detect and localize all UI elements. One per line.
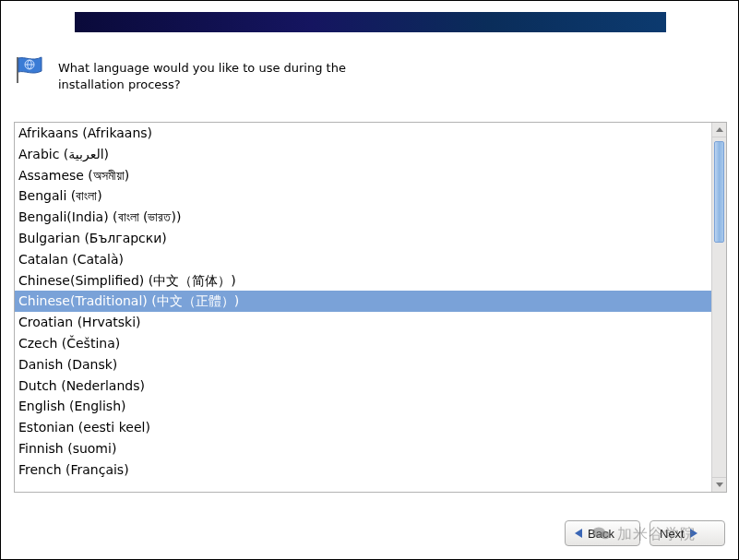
language-item-label: Bengali (বাংলা) [18, 188, 102, 203]
language-item-label: Bengali(India) (বাংলা (ভারত)) [18, 209, 181, 224]
language-item[interactable]: Arabic (العربية) [15, 144, 711, 165]
arrow-left-icon [575, 529, 582, 538]
language-item-label: Chinese(Simplified) (中文（简体）) [18, 273, 236, 288]
language-item-label: Finnish (suomi) [18, 441, 116, 456]
language-list-frame: Afrikaans (Afrikaans)Arabic (العربية)Ass… [14, 122, 727, 493]
flag-icon [14, 54, 45, 86]
language-item[interactable]: English (English) [15, 396, 711, 417]
scroll-down-button[interactable] [712, 477, 726, 492]
language-item-label: Assamese (অসমীয়া) [18, 168, 129, 183]
language-item-label: Czech (Čeština) [18, 336, 120, 351]
language-item-label: Estonian (eesti keel) [18, 420, 150, 435]
language-item[interactable]: Croatian (Hrvatski) [15, 312, 711, 333]
language-item[interactable]: Bulgarian (Български) [15, 228, 711, 249]
installer-window: What language would you like to use duri… [0, 0, 739, 560]
language-item[interactable]: Danish (Dansk) [15, 354, 711, 375]
language-list[interactable]: Afrikaans (Afrikaans)Arabic (العربية)Ass… [15, 123, 711, 492]
language-item-label: Dutch (Nederlands) [18, 378, 145, 393]
next-button-label: Next [660, 527, 685, 541]
language-item-label: French (Français) [18, 462, 129, 477]
language-item[interactable]: Czech (Čeština) [15, 333, 711, 354]
scroll-up-button[interactable] [712, 123, 726, 137]
language-item[interactable]: French (Français) [15, 459, 711, 481]
language-item-label: English (English) [18, 399, 125, 413]
prompt-text: What language would you like to use duri… [58, 54, 390, 92]
language-item-label: Arabic (العربية) [18, 147, 109, 161]
scrollbar[interactable] [711, 123, 726, 492]
next-button[interactable]: Next [650, 520, 725, 546]
arrow-right-icon [690, 529, 697, 538]
language-item[interactable]: Catalan (Català) [15, 249, 711, 270]
header-banner [75, 12, 666, 32]
language-item[interactable]: Afrikaans (Afrikaans) [15, 123, 711, 144]
chevron-up-icon [716, 127, 723, 132]
language-item[interactable]: Chinese(Simplified) (中文（简体）) [15, 270, 711, 292]
language-item-label: Catalan (Català) [18, 252, 124, 267]
language-item[interactable]: Bengali (বাংলা) [15, 185, 711, 207]
back-button-label: Back [588, 527, 614, 541]
language-item[interactable]: Estonian (eesti keel) [15, 417, 711, 438]
language-item-label: Croatian (Hrvatski) [18, 315, 141, 329]
language-item[interactable]: Dutch (Nederlands) [15, 375, 711, 397]
back-button[interactable]: Back [565, 520, 640, 546]
language-item[interactable]: Bengali(India) (বাংলা (ভারত)) [15, 207, 711, 228]
button-bar: Back Next [565, 520, 725, 546]
language-item-label: Danish (Dansk) [18, 357, 117, 372]
language-item-label: Chinese(Traditional) (中文（正體）) [18, 293, 239, 308]
prompt-row: What language would you like to use duri… [14, 54, 725, 92]
scroll-thumb[interactable] [714, 141, 724, 243]
language-item[interactable]: Chinese(Traditional) (中文（正體）) [15, 291, 711, 312]
language-item[interactable]: Assamese (অসমীয়া) [15, 165, 711, 186]
language-item-label: Afrikaans (Afrikaans) [18, 125, 152, 140]
language-item-label: Bulgarian (Български) [18, 231, 167, 245]
chevron-down-icon [716, 483, 723, 487]
language-item[interactable]: Finnish (suomi) [15, 438, 711, 459]
